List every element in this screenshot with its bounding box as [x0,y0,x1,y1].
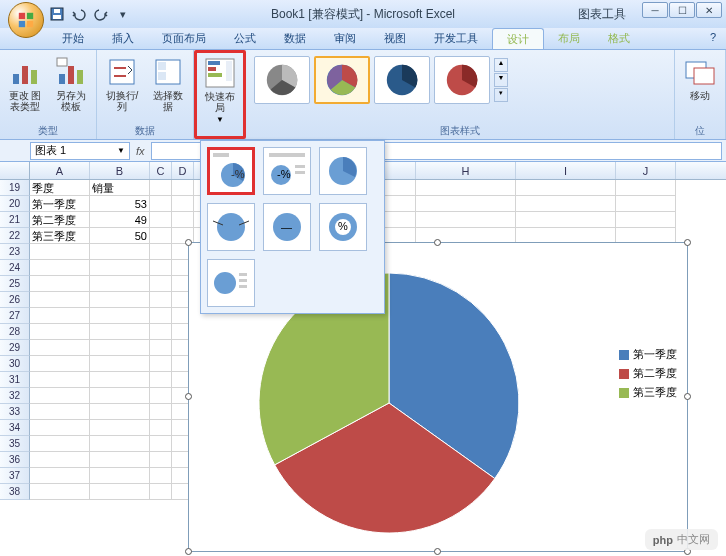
change-chart-type-button[interactable]: 更改 图表类型 [4,54,46,114]
chart-style-4[interactable] [434,56,490,104]
cell[interactable] [30,388,90,404]
cell[interactable] [616,180,676,196]
cell[interactable] [616,212,676,228]
cell[interactable] [30,244,90,260]
qat-dropdown-icon[interactable]: ▾ [114,5,132,23]
maximize-button[interactable]: ☐ [669,2,695,18]
cell[interactable] [30,260,90,276]
row-header[interactable]: 36 [0,452,30,468]
col-header-A[interactable]: A [30,162,90,179]
layout-option-6[interactable]: % [319,203,367,251]
tab-dev[interactable]: 开发工具 [420,28,492,49]
tab-insert[interactable]: 插入 [98,28,148,49]
tab-formulas[interactable]: 公式 [220,28,270,49]
name-box[interactable]: 图表 1 ▼ [30,142,130,160]
cell[interactable] [90,420,150,436]
cell[interactable] [90,324,150,340]
cell[interactable] [90,452,150,468]
layout-option-1[interactable]: -% [207,147,255,195]
switch-row-col-button[interactable]: 切换行/列 [101,54,143,114]
row-header[interactable]: 38 [0,484,30,500]
cell[interactable] [150,228,172,244]
row-header[interactable]: 33 [0,404,30,420]
cell[interactable] [90,292,150,308]
tab-layout[interactable]: 布局 [544,28,594,49]
cell[interactable]: 销量 [90,180,150,196]
office-button[interactable] [8,2,44,38]
save-icon[interactable] [48,5,66,23]
cell[interactable] [90,260,150,276]
cell[interactable] [150,468,172,484]
cell[interactable] [30,276,90,292]
fx-icon[interactable]: fx [136,145,145,157]
cell[interactable] [172,196,194,212]
row-header[interactable]: 34 [0,420,30,436]
cell[interactable] [30,340,90,356]
cell[interactable] [90,372,150,388]
cell[interactable] [150,452,172,468]
row-header[interactable]: 29 [0,340,30,356]
row-header[interactable]: 22 [0,228,30,244]
cell[interactable] [90,388,150,404]
cell[interactable] [150,388,172,404]
col-header-D[interactable]: D [172,162,194,179]
cell[interactable] [172,180,194,196]
tab-design[interactable]: 设计 [492,28,544,49]
cell[interactable] [150,244,172,260]
cell[interactable] [150,436,172,452]
tab-review[interactable]: 审阅 [320,28,370,49]
cell[interactable] [30,452,90,468]
cell[interactable] [150,420,172,436]
cell[interactable] [150,292,172,308]
col-header-C[interactable]: C [150,162,172,179]
cell[interactable] [30,292,90,308]
cell[interactable] [90,308,150,324]
cell[interactable] [30,484,90,500]
row-header[interactable]: 20 [0,196,30,212]
cell[interactable] [30,372,90,388]
cell[interactable] [90,340,150,356]
cell[interactable] [416,180,516,196]
cell[interactable] [150,404,172,420]
cell[interactable] [90,468,150,484]
tab-home[interactable]: 开始 [48,28,98,49]
row-header[interactable]: 35 [0,436,30,452]
layout-option-2[interactable]: -% [263,147,311,195]
cell[interactable] [516,196,616,212]
cell[interactable] [150,340,172,356]
cell[interactable]: 季度 [30,180,90,196]
help-icon[interactable]: ? [700,28,726,49]
cell[interactable] [150,180,172,196]
select-data-button[interactable]: 选择数据 [147,54,189,114]
cell[interactable]: 50 [90,228,150,244]
gallery-up-icon[interactable]: ▲ [494,58,508,72]
cell[interactable] [150,196,172,212]
chart-style-3[interactable] [374,56,430,104]
move-chart-button[interactable]: 移动 [679,54,721,103]
cell[interactable] [90,404,150,420]
redo-icon[interactable] [92,5,110,23]
cell[interactable] [616,196,676,212]
undo-icon[interactable] [70,5,88,23]
close-button[interactable]: ✕ [696,2,722,18]
cell[interactable] [150,212,172,228]
chart-style-1[interactable] [254,56,310,104]
layout-option-3[interactable] [319,147,367,195]
cell[interactable]: 第一季度 [30,196,90,212]
col-header-J[interactable]: J [616,162,676,179]
name-box-dropdown-icon[interactable]: ▼ [117,146,125,155]
cell[interactable] [416,212,516,228]
row-header[interactable]: 23 [0,244,30,260]
tab-data[interactable]: 数据 [270,28,320,49]
cell[interactable] [150,484,172,500]
select-all-corner[interactable] [0,162,30,179]
cell[interactable] [90,276,150,292]
cell[interactable] [90,436,150,452]
row-header[interactable]: 27 [0,308,30,324]
cell[interactable] [150,276,172,292]
cell[interactable]: 第三季度 [30,228,90,244]
row-header[interactable]: 31 [0,372,30,388]
cell[interactable] [30,468,90,484]
row-header[interactable]: 32 [0,388,30,404]
cell[interactable]: 49 [90,212,150,228]
